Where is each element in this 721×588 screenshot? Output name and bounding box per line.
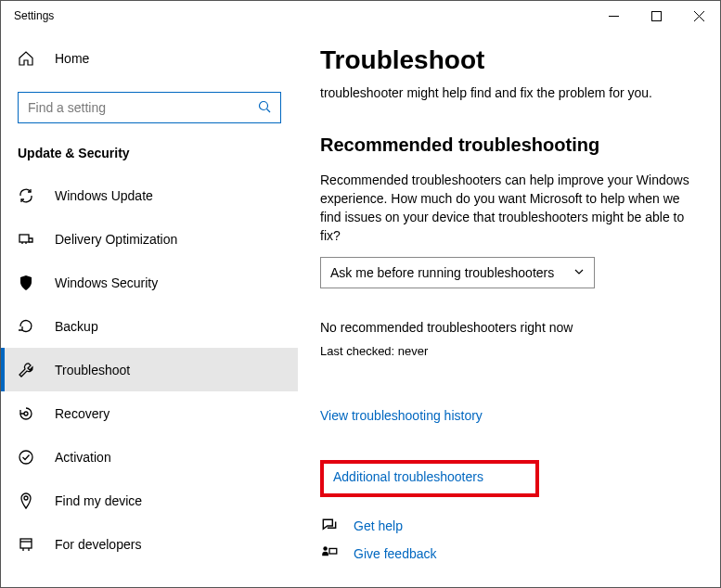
get-help-link[interactable]: Get help xyxy=(354,518,403,533)
location-icon xyxy=(18,492,34,509)
check-circle-icon xyxy=(18,449,34,466)
get-help-row[interactable]: Get help xyxy=(320,518,698,534)
page-title: Troubleshoot xyxy=(320,45,698,75)
home-icon xyxy=(18,50,34,67)
sidebar-item-troubleshoot[interactable]: Troubleshoot xyxy=(1,348,298,391)
svg-rect-6 xyxy=(19,235,29,242)
sidebar-item-find-my-device[interactable]: Find my device xyxy=(1,479,298,522)
intro-text: troubleshooter might help find and fix t… xyxy=(320,84,698,103)
give-feedback-link[interactable]: Give feedback xyxy=(354,546,437,561)
sidebar-item-label: Windows Security xyxy=(55,275,158,290)
sidebar: Home Update & Security Windows Update De… xyxy=(1,31,298,587)
svg-rect-15 xyxy=(329,548,337,554)
chevron-down-icon xyxy=(573,265,585,280)
svg-rect-10 xyxy=(20,539,32,548)
content: Troubleshoot troubleshooter might help f… xyxy=(298,31,720,587)
sidebar-item-label: Activation xyxy=(55,450,111,465)
sidebar-item-windows-security[interactable]: Windows Security xyxy=(1,261,298,304)
svg-point-14 xyxy=(323,546,327,550)
svg-point-9 xyxy=(24,496,28,500)
home-label: Home xyxy=(55,51,89,66)
maximize-button[interactable] xyxy=(635,1,677,31)
sidebar-item-label: Backup xyxy=(55,319,98,334)
view-history-link[interactable]: View troubleshooting history xyxy=(320,408,698,423)
sidebar-item-label: Troubleshoot xyxy=(55,363,130,377)
sidebar-item-windows-update[interactable]: Windows Update xyxy=(1,173,298,217)
sidebar-item-recovery[interactable]: Recovery xyxy=(1,391,298,435)
no-recommended-text: No recommended troubleshooters right now xyxy=(320,320,698,335)
developer-icon xyxy=(18,536,34,553)
section-body: Recommended troubleshooters can help imp… xyxy=(320,171,698,246)
svg-point-7 xyxy=(24,412,28,415)
svg-point-4 xyxy=(260,101,268,109)
dropdown-value: Ask me before running troubleshooters xyxy=(330,265,554,280)
section-title: Recommended troubleshooting xyxy=(320,134,698,156)
feedback-icon xyxy=(320,545,339,562)
titlebar: Settings xyxy=(1,1,720,31)
svg-point-8 xyxy=(19,451,32,464)
sidebar-item-for-developers[interactable]: For developers xyxy=(1,522,298,566)
backup-icon xyxy=(18,318,34,335)
minimize-button[interactable] xyxy=(592,1,635,31)
delivery-icon xyxy=(18,231,34,248)
chat-icon xyxy=(320,518,339,534)
sync-icon xyxy=(18,187,34,204)
search-input-wrap[interactable] xyxy=(18,92,281,123)
troubleshooter-preference-dropdown[interactable]: Ask me before running troubleshooters xyxy=(320,257,595,288)
sidebar-item-label: For developers xyxy=(55,537,141,552)
search-icon xyxy=(258,100,271,116)
last-checked-text: Last checked: never xyxy=(320,344,698,358)
recovery-icon xyxy=(18,405,34,422)
give-feedback-row[interactable]: Give feedback xyxy=(320,545,698,562)
sidebar-item-label: Windows Update xyxy=(55,188,153,203)
sidebar-item-activation[interactable]: Activation xyxy=(1,435,298,479)
home-button[interactable]: Home xyxy=(1,40,298,77)
sidebar-item-label: Delivery Optimization xyxy=(55,232,177,247)
additional-troubleshooters-link[interactable]: Additional troubleshooters xyxy=(333,469,526,484)
svg-rect-1 xyxy=(651,11,661,20)
sidebar-item-label: Find my device xyxy=(55,493,142,508)
window-title: Settings xyxy=(14,9,54,22)
sidebar-item-delivery-optimization[interactable]: Delivery Optimization xyxy=(1,217,298,261)
svg-line-5 xyxy=(267,109,271,112)
shield-icon xyxy=(18,275,34,291)
category-label: Update & Security xyxy=(1,146,298,173)
wrench-icon xyxy=(18,362,34,378)
close-button[interactable] xyxy=(677,1,720,31)
sidebar-item-label: Recovery xyxy=(55,406,109,421)
sidebar-item-backup[interactable]: Backup xyxy=(1,304,298,348)
search-input[interactable] xyxy=(28,100,258,115)
highlight-box: Additional troubleshooters xyxy=(320,460,539,497)
